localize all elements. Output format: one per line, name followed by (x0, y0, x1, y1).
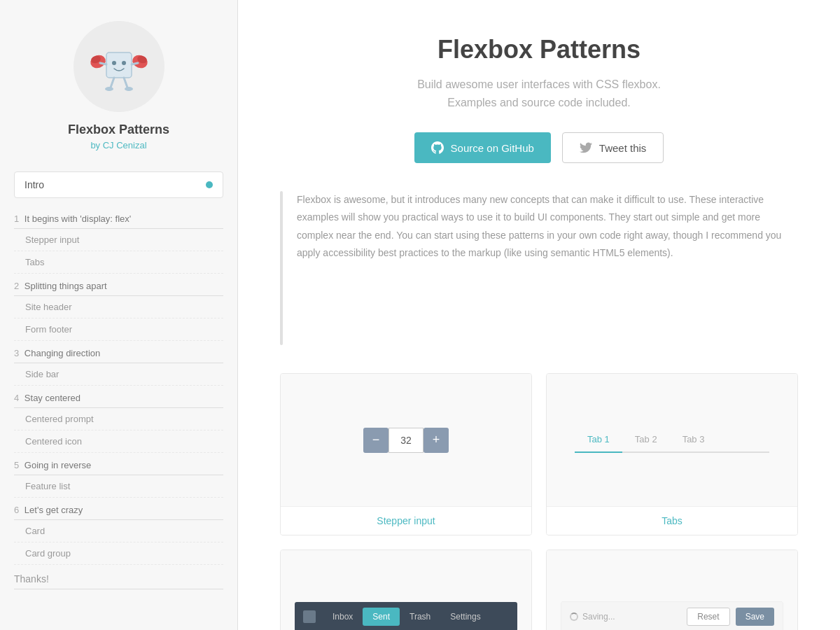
sidebar-item-stepper[interactable]: Stepper input (14, 229, 223, 251)
sidebar-section-3: 3 Changing direction (14, 341, 223, 363)
section-2-label: Splitting things apart (24, 281, 107, 291)
svg-line-10 (124, 78, 127, 88)
site-header-tabs: Inbox Sent Trash Settings (323, 608, 491, 626)
intro-section: Flexbox is awesome, but it introduces ma… (280, 191, 798, 345)
tweet-button-label: Tweet this (599, 142, 647, 154)
section-6-label: Let's get crazy (24, 505, 83, 515)
svg-point-6 (122, 61, 126, 65)
tabs-demo: Tab 1 Tab 2 Tab 3 (561, 420, 783, 460)
section-2-num: 2 (14, 281, 19, 291)
svg-point-12 (125, 87, 133, 91)
sidebar-item-sidebar[interactable]: Side bar (14, 363, 223, 386)
intro-text: Flexbox is awesome, but it introduces ma… (297, 191, 798, 262)
section-5-label: Going in reverse (24, 460, 91, 470)
logo-illustration (88, 35, 150, 98)
action-buttons: Source on GitHub Tweet this (280, 132, 798, 163)
svg-line-8 (132, 63, 138, 64)
sidebar-item-tabs[interactable]: Tabs (14, 251, 223, 274)
sh-tab-trash[interactable]: Trash (400, 608, 440, 626)
tweet-button[interactable]: Tweet this (562, 132, 664, 163)
section-1-num: 1 (14, 214, 19, 224)
sidebar-author: by CJ Cenizal (90, 140, 146, 150)
sidebar-section-5: 5 Going in reverse (14, 453, 223, 475)
main-content: Flexbox Patterns Build awesome user inte… (238, 0, 840, 630)
pattern-card-form-footer: Saving... Reset Save Form footer (546, 550, 798, 630)
page-title: Flexbox Patterns (280, 35, 798, 64)
stepper-value: 32 (388, 428, 424, 453)
sidebar-item-card[interactable]: Card (14, 520, 223, 542)
section-6-num: 6 (14, 505, 19, 515)
stepper-label[interactable]: Stepper input (281, 507, 531, 535)
section-4-label: Stay centered (24, 393, 80, 403)
sidebar: Flexbox Patterns by CJ Cenizal Intro 1 I… (0, 0, 238, 630)
sidebar-item-intro[interactable]: Intro (14, 172, 223, 198)
vertical-divider (280, 191, 283, 345)
pattern-card-stepper: − 32 + Stepper input (280, 373, 532, 536)
section-5-num: 5 (14, 460, 19, 470)
section-3-num: 3 (14, 348, 19, 358)
tab-3[interactable]: Tab 3 (670, 427, 718, 451)
sidebar-item-form-footer[interactable]: Form footer (14, 318, 223, 341)
form-footer-buttons: Reset Save (687, 608, 774, 626)
section-3-label: Changing direction (24, 348, 100, 358)
github-button[interactable]: Source on GitHub (414, 132, 551, 163)
github-button-label: Source on GitHub (451, 142, 534, 154)
save-button[interactable]: Save (736, 608, 774, 626)
stepper-preview: − 32 + (281, 374, 531, 507)
saving-spinner-icon (570, 612, 578, 621)
section-4-num: 4 (14, 393, 19, 403)
sh-tab-inbox[interactable]: Inbox (323, 608, 363, 626)
intro-label: Intro (24, 179, 44, 190)
stepper-plus-button[interactable]: + (424, 428, 449, 453)
tabs-label[interactable]: Tabs (547, 507, 797, 535)
svg-line-7 (100, 63, 106, 64)
saving-text: Saving... (582, 612, 615, 622)
logo-circle (74, 21, 164, 112)
sidebar-section-2: 2 Splitting things apart (14, 274, 223, 296)
site-header-icon (303, 610, 316, 623)
section-1-label: It begins with 'display: flex' (24, 214, 131, 224)
sidebar-item-centered-prompt[interactable]: Centered prompt (14, 408, 223, 430)
stepper-demo: − 32 + (363, 428, 449, 453)
page-subtitle: Build awesome user interfaces with CSS f… (280, 76, 798, 111)
sidebar-navigation: Intro 1 It begins with 'display: flex' S… (0, 164, 237, 589)
sidebar-section-6: 6 Let's get crazy (14, 498, 223, 520)
active-dot (206, 181, 213, 188)
reset-button[interactable]: Reset (687, 608, 729, 626)
sh-tab-sent[interactable]: Sent (363, 608, 400, 626)
sidebar-item-feature-list[interactable]: Feature list (14, 475, 223, 498)
github-icon (431, 141, 444, 154)
svg-line-9 (111, 78, 114, 88)
sidebar-item-site-header[interactable]: Site header (14, 296, 223, 318)
form-footer-demo: Saving... Reset Save (561, 601, 783, 630)
tabs-demo-row: Tab 1 Tab 2 Tab 3 (575, 427, 769, 453)
tabs-preview: Tab 1 Tab 2 Tab 3 (547, 374, 797, 507)
twitter-icon (580, 141, 592, 154)
svg-rect-4 (106, 52, 132, 78)
svg-point-11 (105, 87, 113, 91)
svg-point-5 (112, 61, 116, 65)
site-header-demo: Inbox Sent Trash Settings (295, 602, 517, 630)
patterns-grid: − 32 + Stepper input Tab 1 Tab 2 Tab 3 T… (280, 373, 798, 630)
form-footer-preview: Saving... Reset Save (547, 550, 797, 630)
site-header-preview: Inbox Sent Trash Settings (281, 550, 531, 630)
sh-tab-settings[interactable]: Settings (440, 608, 490, 626)
sidebar-section-1: 1 It begins with 'display: flex' (14, 206, 223, 229)
sidebar-item-thanks[interactable]: Thanks! (14, 565, 223, 589)
tab-2[interactable]: Tab 2 (622, 427, 670, 451)
stepper-minus-button[interactable]: − (363, 428, 388, 453)
pattern-card-site-header: Inbox Sent Trash Settings Site header (280, 550, 532, 630)
sidebar-item-card-group[interactable]: Card group (14, 542, 223, 565)
sidebar-title: Flexbox Patterns (68, 122, 169, 137)
pattern-card-tabs: Tab 1 Tab 2 Tab 3 Tabs (546, 373, 798, 536)
sidebar-section-4: 4 Stay centered (14, 386, 223, 408)
sidebar-item-centered-icon[interactable]: Centered icon (14, 430, 223, 453)
saving-indicator: Saving... (570, 612, 615, 622)
sidebar-logo-section: Flexbox Patterns by CJ Cenizal (0, 0, 237, 164)
tab-1[interactable]: Tab 1 (575, 427, 622, 453)
